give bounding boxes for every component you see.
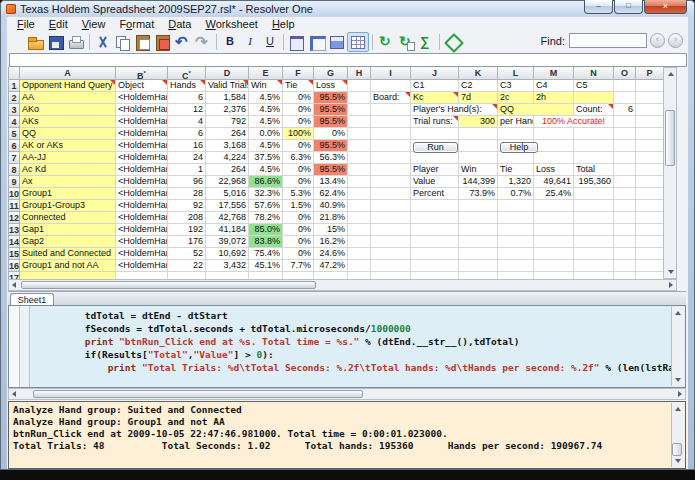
grid-cell[interactable]: [348, 80, 371, 92]
save-icon[interactable]: [46, 33, 66, 51]
grid-cell[interactable]: [411, 152, 459, 164]
grid-cell[interactable]: AA-JJ: [20, 152, 116, 164]
grid-cell[interactable]: 208: [168, 212, 206, 224]
grid-corner[interactable]: [9, 67, 20, 80]
grid-cell[interactable]: [348, 212, 371, 224]
grid-cell[interactable]: [371, 212, 411, 224]
grid-cell[interactable]: per Hand: [498, 116, 534, 128]
grid-cell[interactable]: [371, 176, 411, 188]
grid-cell[interactable]: [534, 140, 574, 152]
grid-cell[interactable]: 95.5%: [314, 104, 348, 116]
column-header[interactable]: H: [348, 67, 371, 80]
grid-cell[interactable]: [614, 272, 636, 279]
paste-values-icon[interactable]: [153, 33, 173, 51]
grid-cell[interactable]: [614, 164, 636, 176]
grid-cell[interactable]: [348, 260, 371, 272]
grid-cell[interactable]: 6: [168, 92, 206, 104]
grid-vscroll-thumb[interactable]: [665, 110, 675, 166]
grid-cell[interactable]: 4.5%: [249, 104, 283, 116]
grid-cell[interactable]: [636, 236, 664, 248]
underline-button[interactable]: U: [260, 33, 280, 51]
grid-cell[interactable]: [614, 116, 636, 128]
grid-cell[interactable]: Tie: [283, 80, 314, 92]
grid-cell[interactable]: [348, 224, 371, 236]
grid-cell[interactable]: [283, 272, 314, 279]
gridlines-icon[interactable]: [347, 32, 369, 52]
grid-cell[interactable]: 40.9%: [314, 200, 348, 212]
undo-icon[interactable]: [173, 33, 193, 51]
output-console[interactable]: Analyze Hand group: Suited and Connected…: [8, 401, 686, 469]
grid-vscrollbar[interactable]: [663, 67, 677, 279]
grid-cell[interactable]: 17,556: [206, 200, 249, 212]
grid-cell[interactable]: [636, 80, 664, 92]
italic-button[interactable]: I: [240, 33, 260, 51]
grid-cell[interactable]: [371, 224, 411, 236]
grid-cell[interactable]: [498, 212, 534, 224]
grid-cell[interactable]: Total: [574, 164, 614, 176]
row-header[interactable]: 11: [9, 200, 20, 212]
column-header[interactable]: I: [371, 67, 411, 80]
menu-worksheet[interactable]: Worksheet: [198, 17, 264, 31]
row-header[interactable]: 10: [9, 188, 20, 200]
grid-cell[interactable]: 0%: [283, 164, 314, 176]
grid-cell[interactable]: [574, 260, 614, 272]
grid-cell[interactable]: [371, 188, 411, 200]
grid-cell[interactable]: QQ: [20, 128, 116, 140]
grid-cell[interactable]: [534, 272, 574, 279]
grid-cell[interactable]: 39,072: [206, 236, 249, 248]
grid-cell[interactable]: [636, 104, 664, 116]
grid-cell[interactable]: [371, 152, 411, 164]
grid-cell[interactable]: [636, 248, 664, 260]
grid-cell[interactable]: [534, 224, 574, 236]
recalculate-icon[interactable]: [376, 33, 396, 51]
grid-cell[interactable]: [574, 212, 614, 224]
cell-shading-icon[interactable]: [327, 33, 347, 51]
grid-cell[interactable]: Hands: [168, 80, 206, 92]
row-header[interactable]: 15: [9, 248, 20, 260]
grid-cell[interactable]: [574, 248, 614, 260]
grid-cell[interactable]: [636, 140, 664, 152]
grid-cell[interactable]: 4.5%: [249, 164, 283, 176]
grid-cell[interactable]: [636, 188, 664, 200]
grid-cell[interactable]: AKo: [20, 104, 116, 116]
grid-cell[interactable]: 3,168: [206, 140, 249, 152]
grid-cell[interactable]: [574, 140, 614, 152]
grid-cell[interactable]: [411, 260, 459, 272]
code-editor[interactable]: tdTotal = dtEnd - dtStart fSeconds = tdT…: [8, 305, 686, 388]
grid-cell[interactable]: AA: [20, 92, 116, 104]
grid-cell[interactable]: [459, 272, 498, 279]
open-icon[interactable]: [26, 33, 46, 51]
scroll-down-icon[interactable]: [668, 270, 674, 274]
grid-cell[interactable]: 2c: [498, 92, 534, 104]
row-header[interactable]: 3: [9, 104, 20, 116]
grid-cell[interactable]: 95.5%: [314, 116, 348, 128]
grid-cell[interactable]: [116, 272, 168, 279]
grid-cell[interactable]: [498, 272, 534, 279]
grid-cell[interactable]: 16.2%: [314, 236, 348, 248]
grid-cell[interactable]: [498, 236, 534, 248]
grid-cell[interactable]: <HoldemHand.: [116, 104, 168, 116]
grid-cell[interactable]: Tie: [498, 164, 534, 176]
row-header[interactable]: 17: [9, 272, 20, 279]
row-header[interactable]: 8: [9, 164, 20, 176]
grid-cell[interactable]: Gap2: [20, 236, 116, 248]
grid-cell[interactable]: [348, 104, 371, 116]
grid-cell[interactable]: 95.5%: [314, 140, 348, 152]
grid-cell[interactable]: <HoldemHand.: [116, 176, 168, 188]
grid-cell[interactable]: [459, 128, 498, 140]
grid-cell[interactable]: 1,584: [206, 92, 249, 104]
menu-data[interactable]: Data: [161, 17, 198, 31]
grid-cell[interactable]: 24.6%: [314, 248, 348, 260]
scroll-right-icon[interactable]: [678, 391, 682, 397]
grid-cell[interactable]: [206, 272, 249, 279]
grid-cell[interactable]: 0%: [283, 140, 314, 152]
grid-cell[interactable]: 4.5%: [249, 116, 283, 128]
grid-cell[interactable]: Group1 and not AA: [20, 260, 116, 272]
column-header[interactable]: D: [206, 67, 249, 80]
grid-cell[interactable]: C2: [459, 80, 498, 92]
grid-cell[interactable]: <HoldemHand.: [116, 236, 168, 248]
grid-cell[interactable]: [534, 260, 574, 272]
grid-cell[interactable]: [636, 176, 664, 188]
grid-cell[interactable]: [636, 164, 664, 176]
grid-cell[interactable]: [574, 128, 614, 140]
